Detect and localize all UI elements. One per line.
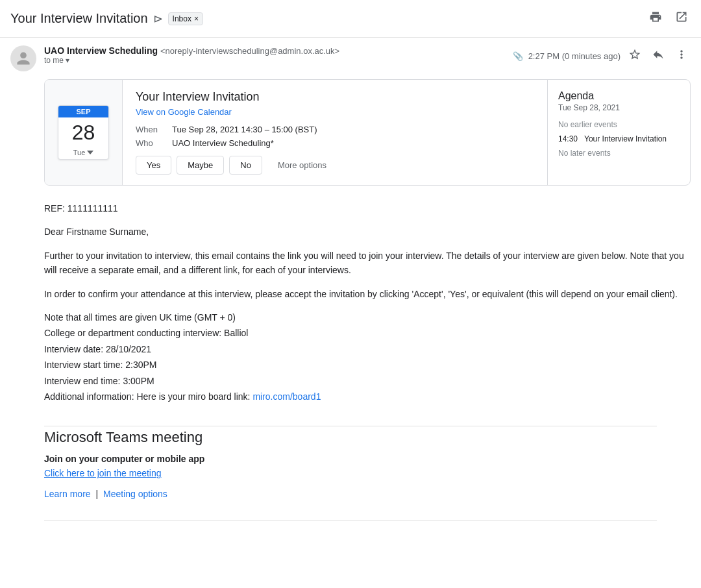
paperclip-icon: 📎: [513, 51, 523, 61]
forward-icon: ⊳: [153, 12, 163, 26]
invite-card: Sep 28 Tue Your Interview Invitation Vie…: [44, 79, 691, 186]
agenda-event: 14:30 Your Interview Invitation: [558, 134, 680, 143]
cal-arrow-icon: [87, 151, 93, 154]
detail5: Interview end time: 3:00PM: [44, 374, 691, 388]
pipe-separator: |: [95, 489, 98, 499]
cal-weekday: Tue: [58, 147, 108, 159]
inbox-label: Inbox: [173, 14, 191, 23]
invite-when-row: When Tue Sep 28, 2021 14:30 – 15:00 (BST…: [136, 125, 534, 134]
rsvp-yes-button[interactable]: Yes: [136, 156, 171, 175]
sender-email: <noreply-interviewscheduling@admin.ox.ac…: [160, 46, 339, 56]
badge-close-icon[interactable]: ×: [194, 14, 199, 23]
agenda-title: Agenda: [558, 90, 680, 102]
detail2: College or department conducting intervi…: [44, 326, 691, 340]
when-label: When: [136, 125, 162, 134]
detail6: Additional information: Here is your mir…: [44, 389, 691, 404]
teams-join-link[interactable]: Click here to join the meeting: [44, 468, 162, 478]
who-label: Who: [136, 138, 162, 148]
sender-name: UAO Interview Scheduling: [44, 45, 158, 56]
calendar-widget: Sep 28 Tue: [58, 105, 109, 160]
agenda-section: Agenda Tue Sep 28, 2021 No earlier event…: [547, 80, 690, 185]
avatar: [10, 45, 36, 71]
email-header: Your Interview Invitation ⊳ Inbox ×: [0, 0, 701, 38]
when-value: Tue Sep 28, 2021 14:30 – 15:00 (BST): [172, 125, 317, 134]
detail6-prefix: Additional information: Here is your mir…: [44, 391, 252, 402]
detail4: Interview start time: 2:30PM: [44, 358, 691, 372]
inbox-badge[interactable]: Inbox ×: [168, 12, 203, 25]
sender-info: UAO Interview Scheduling <noreply-interv…: [44, 45, 505, 65]
email-meta-row: UAO Interview Scheduling <noreply-interv…: [0, 38, 701, 79]
who-value: UAO Interview Scheduling*: [172, 138, 274, 148]
calendar-icon-section: Sep 28 Tue: [45, 80, 123, 185]
divider1: [44, 426, 657, 426]
details-list: Note that all times are given UK time (G…: [44, 310, 691, 404]
cal-day: 28: [58, 117, 108, 147]
para2: In order to confirm your attendance at t…: [44, 287, 691, 301]
email-subject: Your Interview Invitation: [10, 11, 148, 26]
cal-month: Sep: [58, 106, 108, 117]
agenda-date: Tue Sep 28, 2021: [558, 103, 680, 112]
greeting: Dear Firstname Surname,: [44, 225, 691, 239]
detail1: Note that all times are given UK time (G…: [44, 310, 691, 325]
invite-title: Your Interview Invitation: [136, 90, 534, 104]
miro-link[interactable]: miro.com/board1: [252, 391, 321, 402]
rsvp-more-options-button[interactable]: More options: [267, 156, 337, 175]
sender-name-line: UAO Interview Scheduling <noreply-interv…: [44, 45, 505, 56]
rsvp-buttons: Yes Maybe No More options: [136, 156, 534, 175]
agenda-no-later: No later events: [558, 149, 680, 158]
para1: Further to your invitation to interview,…: [44, 249, 691, 278]
learn-more-link[interactable]: Learn more: [44, 489, 91, 499]
reply-button[interactable]: [649, 45, 667, 67]
invite-fields: When Tue Sep 28, 2021 14:30 – 15:00 (BST…: [136, 125, 534, 148]
bottom-divider: [44, 520, 657, 521]
email-body: REF: 1111111111 Dear Firstname Surname, …: [0, 196, 701, 423]
agenda-no-earlier: No earlier events: [558, 120, 680, 129]
more-options-button[interactable]: [672, 45, 691, 67]
time-text: 2:27 PM (0 minutes ago): [528, 51, 621, 61]
invite-details: Your Interview Invitation View on Google…: [123, 80, 547, 185]
meeting-options-link[interactable]: Meeting options: [103, 489, 167, 499]
rsvp-maybe-button[interactable]: Maybe: [177, 156, 224, 175]
detail3: Interview date: 28/10/2021: [44, 342, 691, 356]
star-button[interactable]: [626, 45, 644, 67]
invite-who-row: Who UAO Interview Scheduling*: [136, 138, 534, 148]
to-me-dropdown[interactable]: to me: [44, 56, 505, 65]
email-timestamp: 📎 2:27 PM (0 minutes ago): [513, 45, 691, 67]
agenda-event-time: 14:30: [558, 134, 578, 143]
gcal-link[interactable]: View on Google Calendar: [136, 107, 232, 117]
open-external-button[interactable]: [672, 8, 691, 29]
teams-section: Microsoft Teams meeting Join on your com…: [0, 429, 701, 509]
teams-title: Microsoft Teams meeting: [44, 429, 691, 446]
print-button[interactable]: [646, 8, 665, 29]
teams-footer-links: Learn more | Meeting options: [44, 489, 691, 499]
ref-line: REF: 1111111111: [44, 201, 691, 215]
teams-join-label: Join on your computer or mobile app: [44, 454, 691, 464]
agenda-event-title: Your Interview Invitation: [584, 134, 667, 143]
header-actions: [646, 8, 691, 29]
rsvp-no-button[interactable]: No: [229, 156, 262, 175]
